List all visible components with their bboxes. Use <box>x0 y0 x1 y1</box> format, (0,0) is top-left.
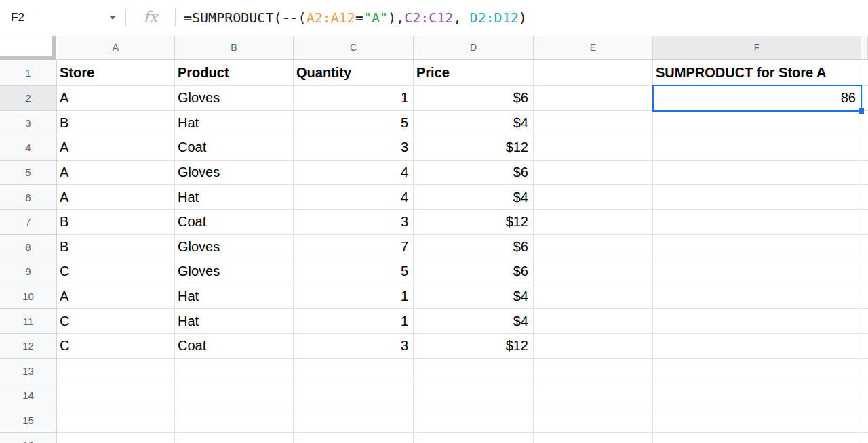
cell-B14[interactable] <box>175 383 294 408</box>
cell-F11[interactable] <box>653 309 861 334</box>
cell-partial-1[interactable] <box>861 60 868 86</box>
cell-B11[interactable]: Hat <box>175 309 294 334</box>
row-header-1[interactable]: 1 <box>0 60 57 86</box>
cell-D5[interactable]: $6 <box>414 161 534 186</box>
cell-partial-8[interactable] <box>861 235 868 260</box>
cell-partial-13[interactable] <box>861 359 868 384</box>
cell-B10[interactable]: Hat <box>175 284 294 310</box>
cell-C7[interactable]: 3 <box>294 210 414 235</box>
formula-input[interactable]: =SUMPRODUCT(--(A2:A12="A"),C2:C12, D2:D1… <box>176 9 868 26</box>
cell-A12[interactable]: C <box>57 334 175 359</box>
cell-E8[interactable] <box>534 235 653 260</box>
row-header-9[interactable]: 9 <box>0 259 57 284</box>
cell-partial-2[interactable] <box>861 86 868 111</box>
cell-E13[interactable] <box>534 359 653 384</box>
cell-A10[interactable]: A <box>57 284 175 310</box>
column-header-D[interactable]: D <box>414 36 534 60</box>
cell-F7[interactable] <box>653 210 861 235</box>
cell-E4[interactable] <box>534 135 653 161</box>
cell-C15[interactable] <box>294 408 414 434</box>
cell-D7[interactable]: $12 <box>414 210 534 235</box>
cell-D14[interactable] <box>414 383 534 408</box>
cell-E7[interactable] <box>534 210 653 235</box>
cell-D8[interactable]: $6 <box>414 235 534 260</box>
cell-partial-14[interactable] <box>861 383 868 408</box>
cell-C10[interactable]: 1 <box>294 284 414 310</box>
cell-F9[interactable] <box>653 259 861 284</box>
cell-D9[interactable]: $6 <box>414 259 534 284</box>
cell-F1[interactable]: SUMPRODUCT for Store A <box>653 60 861 86</box>
row-header-14[interactable]: 14 <box>0 383 57 408</box>
cell-D1[interactable]: Price <box>414 60 534 86</box>
cell-B8[interactable]: Gloves <box>175 235 294 260</box>
cell-partial-7[interactable] <box>861 210 868 235</box>
cell-A2[interactable]: A <box>57 86 175 111</box>
cell-B15[interactable] <box>175 408 294 434</box>
cell-C3[interactable]: 5 <box>294 111 414 136</box>
cell-D6[interactable]: $4 <box>414 185 534 210</box>
name-box[interactable]: F2 <box>0 0 125 35</box>
column-header-partial[interactable] <box>861 36 868 60</box>
row-header-11[interactable]: 11 <box>0 309 57 334</box>
cell-partial-12[interactable] <box>861 334 868 359</box>
cell-C8[interactable]: 7 <box>294 235 414 260</box>
row-header-15[interactable]: 15 <box>0 408 57 434</box>
cell-C14[interactable] <box>294 383 414 408</box>
row-header-13[interactable]: 13 <box>0 359 57 384</box>
row-header-8[interactable]: 8 <box>0 235 57 260</box>
cell-C1[interactable]: Quantity <box>294 60 414 86</box>
cell-B3[interactable]: Hat <box>175 111 294 136</box>
row-header-12[interactable]: 12 <box>0 334 57 359</box>
column-header-E[interactable]: E <box>534 36 653 60</box>
cell-D10[interactable]: $4 <box>414 284 534 310</box>
cell-A11[interactable]: C <box>57 309 175 334</box>
cell-A9[interactable]: C <box>57 259 175 284</box>
cell-partial-5[interactable] <box>861 161 868 186</box>
cell-partial-16[interactable] <box>861 433 868 443</box>
cell-D2[interactable]: $6 <box>414 86 534 111</box>
cell-F14[interactable] <box>653 383 861 408</box>
cell-F5[interactable] <box>653 161 861 186</box>
cell-C9[interactable]: 5 <box>294 259 414 284</box>
cell-E1[interactable] <box>534 60 653 86</box>
cell-C2[interactable]: 1 <box>294 86 414 111</box>
cell-D4[interactable]: $12 <box>414 135 534 161</box>
cell-E14[interactable] <box>534 383 653 408</box>
cell-D3[interactable]: $4 <box>414 111 534 136</box>
row-header-3[interactable]: 3 <box>0 111 57 136</box>
cell-E9[interactable] <box>534 259 653 284</box>
cell-D12[interactable]: $12 <box>414 334 534 359</box>
cell-B2[interactable]: Gloves <box>175 86 294 111</box>
cell-E3[interactable] <box>534 111 653 136</box>
row-header-5[interactable]: 5 <box>0 161 57 186</box>
cell-B12[interactable]: Coat <box>175 334 294 359</box>
cell-C6[interactable]: 4 <box>294 185 414 210</box>
cell-A16[interactable] <box>57 433 175 443</box>
row-header-16[interactable]: 16 <box>0 433 57 443</box>
column-header-A[interactable]: A <box>57 36 175 60</box>
cell-E2[interactable] <box>534 86 653 111</box>
cell-partial-6[interactable] <box>861 185 868 210</box>
cell-C13[interactable] <box>294 359 414 384</box>
cell-E6[interactable] <box>534 185 653 210</box>
row-header-2[interactable]: 2 <box>0 86 57 111</box>
cell-B4[interactable]: Coat <box>175 135 294 161</box>
cell-F2[interactable]: 86 <box>653 86 861 111</box>
row-header-6[interactable]: 6 <box>0 185 57 210</box>
cell-B7[interactable]: Coat <box>175 210 294 235</box>
cell-A13[interactable] <box>57 359 175 384</box>
cell-E5[interactable] <box>534 161 653 186</box>
cell-A6[interactable]: A <box>57 185 175 210</box>
cell-A8[interactable]: B <box>57 235 175 260</box>
cell-B6[interactable]: Hat <box>175 185 294 210</box>
cell-A3[interactable]: B <box>57 111 175 136</box>
cell-partial-15[interactable] <box>861 408 868 434</box>
cell-A15[interactable] <box>57 408 175 434</box>
cell-A7[interactable]: B <box>57 210 175 235</box>
cell-E11[interactable] <box>534 309 653 334</box>
cell-F8[interactable] <box>653 235 861 260</box>
cell-F15[interactable] <box>653 408 861 434</box>
cell-A14[interactable] <box>57 383 175 408</box>
cell-F10[interactable] <box>653 284 861 310</box>
cell-B5[interactable]: Gloves <box>175 161 294 186</box>
